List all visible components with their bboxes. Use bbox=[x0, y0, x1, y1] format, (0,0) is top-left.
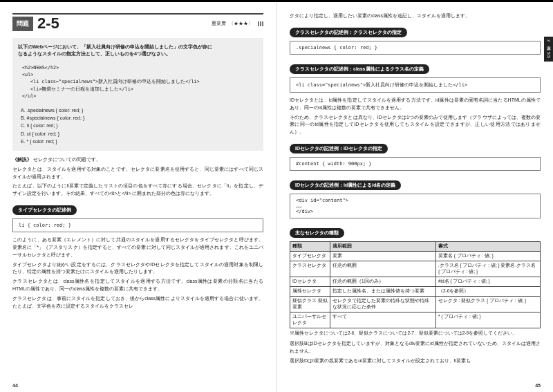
right-top: クタにより指定し、適用したい要素のclass属性を追記し、スタイルを適用します。 bbox=[290, 12, 541, 20]
para-5: タイプセレクタより細かい設定をするには、クラスセレクタやIDセレクタを指定してス… bbox=[12, 261, 263, 277]
para-9: そのため、クラスセレクタとは異なり、IDセレクタは1つの要素のみで使用します（ブ… bbox=[290, 114, 541, 137]
code-id-selector: #content { width: 900px; } bbox=[290, 157, 541, 171]
choice-c: C. li { color: red; } bbox=[21, 122, 258, 129]
page-right: 2章 CSS クタにより指定し、適用したい要素のclass属性を追記し、スタイル… bbox=[276, 2, 553, 392]
table-note: ※属性セレクタについては2-6、疑似クラスについては2-7、疑似要素については2… bbox=[290, 330, 541, 336]
table-row: 属性セレクタ指定した属性名、または属性値を持つ要素（2-6を参照） bbox=[290, 287, 541, 297]
para-6: クラスセレクタとは、class属性名を指定してスタイルを適用する方法です。cla… bbox=[12, 278, 263, 293]
stars: 〈★★★〉 bbox=[229, 20, 253, 27]
selector-table: 種類適用範囲書式 タイプセレクタ要素要素名 { プロパティ : 値; } クラス… bbox=[290, 241, 541, 328]
table-row: ユニバーサルセレクタすべて* { プロパティ : 値; } bbox=[290, 312, 541, 328]
bar-class-selector: クラスセレクタの記述例：クラスセレクタの指定 bbox=[290, 28, 407, 37]
explanation: 《解説》 セレクタについての問題です。 セレクタとは、スタイルを適用する対象のこ… bbox=[12, 156, 263, 198]
table-row: IDセレクタ任意の範囲（1回のみ）#id名 { プロパティ : 値; } bbox=[290, 277, 541, 287]
para-11: 選択肢Dはli要素の親要素であるul要素に対してスタイルが設定されており、li要… bbox=[290, 357, 541, 365]
question-header: 問題 2-5 重要度 〈★★★〉 bbox=[12, 13, 263, 32]
choice-e: E. * { color: red; } bbox=[21, 138, 258, 145]
bar-id-selector: IDセレクタの記述例：IDセレクタの指定 bbox=[290, 144, 388, 153]
progress-bars bbox=[258, 21, 263, 26]
choice-b: B. #specialnews { color: red; } bbox=[21, 114, 258, 122]
chapter-tab: 2章 CSS bbox=[544, 37, 553, 62]
bar-class-attr: クラスセレクタの記述例：class属性によるクラス名の定義 bbox=[290, 64, 429, 74]
page-number: 44 bbox=[12, 383, 18, 388]
code-class-selector: .specialnews { color: red; } bbox=[290, 41, 541, 55]
question-number: 2-5 bbox=[37, 15, 59, 32]
para-4: このように、ある要素（エレメント）に対して共通のスタイルを適用するセレクタをタイ… bbox=[12, 236, 263, 259]
page-left: 問題 2-5 重要度 〈★★★〉 以下のWebページにおいて、「新入社員向け研修… bbox=[0, 2, 276, 392]
choices: A. .specialnews { color: red; } B. #spec… bbox=[18, 106, 258, 145]
para-7: クラスセレクタは、事前にスタイルを指定しておき、後からclass属性によりスタイ… bbox=[12, 295, 263, 310]
code-type-selector: li { color: red; } bbox=[12, 218, 263, 232]
code-id-attr: <div id="content"> …… </div> bbox=[290, 194, 541, 218]
table-row: タイプセレクタ要素要素名 { プロパティ : 値; } bbox=[290, 252, 541, 261]
para-8: IDセレクタとは、id属性を指定してスタイルを適用する方法です。id属性は要素の… bbox=[290, 97, 541, 112]
bar-selector-types: 主なセレクタの種類 bbox=[290, 228, 344, 238]
question-box: 以下のWebページにおいて、「新入社員向け研修の申込を開始しました」の文字色が赤… bbox=[12, 38, 263, 151]
table-row: クラスセレクタ任意の範囲.クラス名 { プロパティ : 値; } 要素名.クラス… bbox=[290, 261, 541, 277]
importance: 重要度 〈★★★〉 bbox=[212, 20, 263, 27]
bar-type-selector: タイプセレクタの記述例 bbox=[12, 205, 77, 215]
code-class-attr: <li class="specialnews">新入社員向け研修の申込を開始しま… bbox=[290, 77, 541, 93]
question-code: <h2>NEWS</h2> <ul> <li class="specialnew… bbox=[18, 62, 258, 102]
table-row: 疑似クラス 疑似要素セレクタで指定した要素の特殊な状態や特殊な状況に応じた条件セ… bbox=[290, 297, 541, 312]
choice-d: D. ul { color: red; } bbox=[21, 130, 258, 138]
page-number: 45 bbox=[535, 383, 541, 388]
question-label: 問題 bbox=[12, 17, 33, 31]
question-text: 以下のWebページにおいて、「新入社員向け研修の申込を開始しました」の文字色が赤… bbox=[18, 44, 258, 57]
choice-a: A. .specialnews { color: red; } bbox=[21, 106, 258, 114]
bar-id-attr: IDセレクタの記述例：id属性によるid名の定義 bbox=[290, 180, 401, 190]
para-10: 選択肢BはIDセレクタを指定していますが、対象となるdiv要素にid属性が指定さ… bbox=[290, 340, 541, 355]
